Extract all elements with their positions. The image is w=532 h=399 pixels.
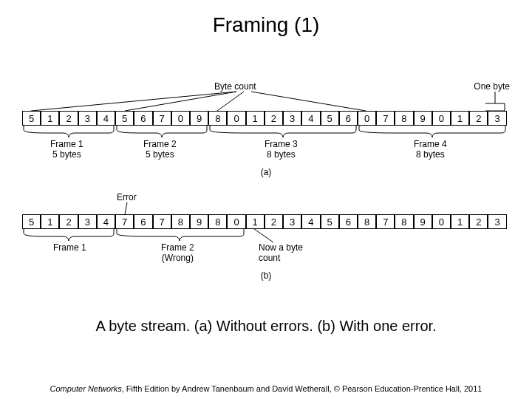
svg-line-0: [31, 92, 236, 111]
byte-cell: 3: [283, 214, 301, 229]
byte-cell: 2: [265, 214, 283, 229]
byte-cell: 3: [488, 214, 506, 229]
subfig-b-label: (b): [22, 270, 510, 281]
byte-cell: 4: [97, 214, 115, 229]
frame-label: Frame 25 bytes: [143, 139, 177, 160]
byte-cell: 8: [208, 111, 227, 126]
byte-cell: 1: [451, 214, 469, 229]
byte-cell: 9: [414, 214, 432, 229]
byte-cell: 6: [339, 111, 358, 126]
byte-cell: 6: [339, 214, 358, 229]
frame-label: Frame 38 bytes: [265, 139, 298, 160]
byte-cell: 5: [321, 111, 339, 126]
page-title: Framing (1): [0, 13, 532, 37]
byte-cell: 5: [321, 214, 339, 229]
byte-cell: 8: [358, 214, 376, 229]
byte-cell: 5: [22, 111, 41, 126]
byte-cell: 5: [115, 111, 134, 126]
byte-cell: 7: [153, 111, 171, 126]
byte-cell: 2: [469, 111, 488, 126]
frame-label: Frame 1: [53, 242, 86, 253]
byte-cell: 7: [115, 214, 134, 229]
frame-label: Frame 48 bytes: [414, 139, 447, 160]
byte-cell: 8: [395, 111, 413, 126]
now-byte-count-label: Now a byte count: [259, 242, 318, 263]
byte-cell: 8: [208, 214, 227, 229]
frame-label: Frame 15 bytes: [50, 139, 83, 160]
footer-rest: , Fifth Edition by Andrew Tanenbaum and …: [122, 384, 482, 393]
svg-line-1: [125, 92, 236, 111]
byte-cell: 9: [190, 111, 208, 126]
byte-cell: 2: [59, 214, 78, 229]
byte-row-b: 51234767898012345687890123: [22, 214, 510, 229]
caption: A byte stream. (a) Without errors. (b) W…: [0, 318, 532, 335]
byte-cell: 1: [41, 214, 59, 229]
byte-cell: 0: [432, 111, 451, 126]
byte-cell: 1: [246, 214, 265, 229]
byte-cell: 3: [78, 111, 97, 126]
byte-cell: 4: [97, 111, 115, 126]
byte-cell: 8: [395, 214, 413, 229]
byte-cell: 4: [301, 214, 320, 229]
byte-cell: 7: [153, 214, 171, 229]
byte-cell: 4: [301, 111, 320, 126]
byte-cell: 1: [41, 111, 59, 126]
byte-cell: 2: [265, 111, 283, 126]
byte-cell: 0: [432, 214, 451, 229]
byte-cell: 3: [283, 111, 301, 126]
figure-area: Byte count One byte 51234567098012345607…: [22, 81, 510, 281]
frame-label: Frame 2(Wrong): [161, 242, 194, 263]
byte-cell: 1: [451, 111, 469, 126]
byte-cell: 3: [488, 111, 506, 126]
footer-book: Computer Networks: [50, 384, 122, 393]
byte-cell: 0: [227, 111, 245, 126]
byte-cell: 0: [171, 111, 190, 126]
svg-line-6: [254, 229, 273, 242]
byte-cell: 6: [134, 214, 152, 229]
byte-cell: 9: [414, 111, 432, 126]
byte-cell: 6: [134, 111, 152, 126]
byte-cell: 3: [78, 214, 97, 229]
byte-cell: 7: [376, 111, 395, 126]
svg-line-5: [125, 202, 127, 214]
byte-cell: 8: [171, 214, 190, 229]
byte-cell: 7: [376, 214, 395, 229]
byte-cell: 9: [190, 214, 208, 229]
byte-cell: 2: [59, 111, 78, 126]
byte-cell: 1: [246, 111, 265, 126]
svg-line-3: [251, 92, 366, 111]
byte-cell: 0: [227, 214, 245, 229]
footer: Computer Networks, Fifth Edition by Andr…: [0, 384, 532, 393]
byte-cell: 2: [469, 214, 488, 229]
byte-cell: 0: [358, 111, 376, 126]
subfig-a-label: (a): [22, 167, 510, 177]
byte-row-a: 51234567098012345607890123: [22, 111, 510, 126]
byte-cell: 5: [22, 214, 41, 229]
